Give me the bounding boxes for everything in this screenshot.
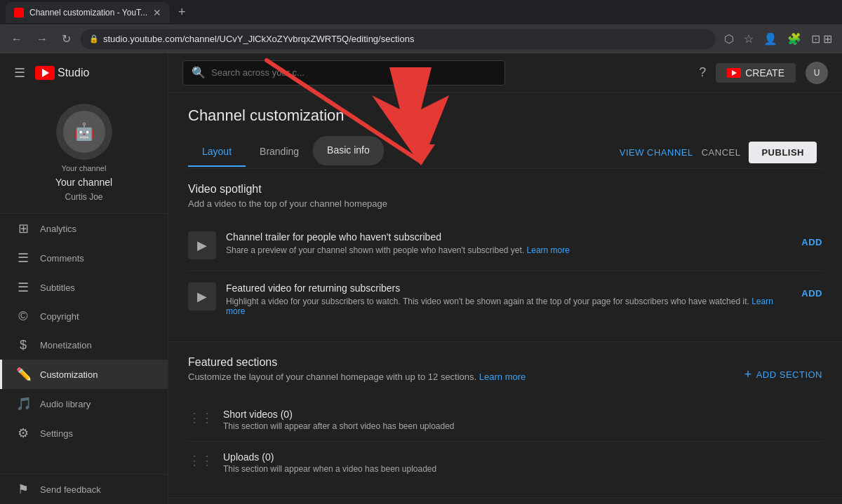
subtitles-label: Subtitles	[40, 282, 75, 293]
audio-library-label: Audio library	[40, 399, 91, 409]
create-video-icon	[727, 68, 741, 78]
monetization-label: Monetization	[40, 340, 92, 350]
yt-play-icon	[42, 69, 49, 77]
featured-video-info: Featured video for returning subscribers…	[226, 282, 791, 316]
video-spotlight-title: Video spotlight	[188, 183, 822, 196]
tab-favicon	[14, 8, 24, 18]
search-input[interactable]	[211, 67, 496, 78]
page-content: Channel customization Layout Branding Ba…	[168, 93, 842, 504]
featured-sections-section: Featured sections Customize the layout o…	[168, 342, 842, 498]
reload-button[interactable]: ↻	[58, 29, 75, 48]
comments-icon: ☰	[16, 250, 30, 266]
analytics-icon: ⊞	[16, 221, 30, 236]
channel-trailer-info: Channel trailer for people who haven't s…	[226, 231, 791, 255]
avatar-image: 🤖	[63, 111, 105, 153]
sidebar-item-copyright[interactable]: © Copyright	[0, 302, 168, 331]
search-bar[interactable]: 🔍	[182, 60, 505, 86]
uploads-info: Uploads (0) This section will appear whe…	[223, 451, 822, 474]
tab-actions: VIEW CHANNEL CANCEL PUBLISH	[620, 142, 822, 163]
youtube-logo: Studio	[35, 66, 89, 80]
channel-handle: Curtis Joe	[65, 192, 102, 202]
featured-video-name: Featured video for returning subscribers	[226, 282, 791, 294]
channel-trailer-desc: Share a preview of your channel shown wi…	[226, 245, 791, 255]
help-button[interactable]: ?	[699, 65, 706, 80]
analytics-label: Analytics	[40, 224, 76, 234]
video-spotlight-section: Video spotlight Add a video to the top o…	[168, 169, 842, 342]
create-button[interactable]: CREATE	[716, 63, 796, 83]
channel-trailer-name: Channel trailer for people who haven't s…	[226, 231, 791, 243]
lock-icon: 🔒	[89, 34, 99, 43]
channel-label: Your channel	[62, 164, 107, 172]
channel-info: 🤖 Your channel Your channel Curtis Joe	[0, 93, 168, 214]
sidebar-item-audio-library[interactable]: 🎵 Audio library	[0, 389, 168, 418]
trailer-thumb-icon: ▶	[197, 238, 207, 253]
new-tab-button[interactable]: +	[174, 5, 190, 20]
address-bar[interactable]: 🔒 studio.youtube.com/channel/UCvY_JlCkXo…	[81, 29, 716, 49]
sidebar-item-analytics[interactable]: ⊞ Analytics	[0, 214, 168, 243]
nav-items: ⊞ Analytics ☰ Comments ☰ Subtitles © Cop…	[0, 214, 168, 474]
featured-video-desc: Highlight a video for your subscribers t…	[226, 297, 791, 316]
address-text: studio.youtube.com/channel/UCvY_JlCkXoZY…	[103, 34, 414, 44]
sidebar-item-send-feedback[interactable]: ⚑ Send feedback	[0, 475, 168, 504]
tab-layout[interactable]: Layout	[188, 137, 246, 167]
tab-title: Channel customization - YouT...	[29, 8, 147, 18]
short-videos-info: Short videos (0) This section will appea…	[223, 409, 822, 431]
hamburger-menu[interactable]: ☰	[11, 62, 28, 83]
view-channel-button[interactable]: VIEW CHANNEL	[620, 147, 693, 158]
monetization-icon: $	[16, 338, 30, 353]
tabs-row: Layout Branding Basic info VIEW CHANNEL …	[188, 136, 822, 169]
profile-icon[interactable]: 👤	[761, 29, 780, 48]
tab-basic-info[interactable]: Basic info	[313, 136, 384, 165]
featured-sections-description: Customize the layout of your channel hom…	[188, 372, 526, 382]
channel-avatar[interactable]: 🤖	[56, 104, 112, 160]
back-button[interactable]: ←	[7, 30, 27, 48]
sidebar-item-subtitles[interactable]: ☰ Subtitles	[0, 273, 168, 302]
nav-bottom: ⚑ Send feedback	[0, 474, 168, 504]
sidebar-item-monetization[interactable]: $ Monetization	[0, 331, 168, 360]
uploads-row: ⋮⋮ Uploads (0) This section will appear …	[188, 442, 822, 484]
tab-branding[interactable]: Branding	[246, 137, 313, 167]
studio-label: Studio	[58, 67, 89, 79]
copyright-icon: ©	[16, 309, 30, 324]
tab-close-button[interactable]: ✕	[153, 7, 161, 18]
short-videos-description: This section will appear after a short v…	[223, 421, 822, 431]
comments-label: Comments	[40, 253, 84, 264]
featured-video-thumb: ▶	[188, 282, 216, 311]
search-icon: 🔍	[192, 66, 206, 79]
create-play-icon	[732, 70, 737, 76]
copyright-label: Copyright	[40, 311, 79, 322]
channel-trailer-learn-more[interactable]: Learn more	[527, 245, 570, 255]
featured-sections-learn-more[interactable]: Learn more	[479, 372, 526, 382]
sidebar-item-comments[interactable]: ☰ Comments	[0, 243, 168, 273]
featured-thumb-icon: ▶	[197, 289, 207, 304]
add-section-button[interactable]: + ADD SECTION	[744, 367, 822, 382]
profile-button[interactable]: U	[806, 62, 828, 84]
bookmark-icon[interactable]: ☆	[741, 29, 756, 48]
sidebar-item-settings[interactable]: ⚙ Settings	[0, 418, 168, 448]
channel-trailer-add-button[interactable]: ADD	[801, 231, 822, 253]
topbar: 🔍 ? CREATE U	[168, 53, 842, 93]
cancel-button[interactable]: CANCEL	[702, 147, 741, 158]
extensions-icon[interactable]: 🧩	[784, 29, 804, 48]
featured-video-add-button[interactable]: ADD	[801, 282, 822, 304]
sidebar: ☰ Studio 🤖 Your channel Your channel Cur…	[0, 53, 168, 504]
cast-icon[interactable]: ⬡	[721, 29, 737, 48]
uploads-drag-handle[interactable]: ⋮⋮	[188, 451, 213, 468]
browser-tab-bar: Channel customization - YouT... ✕ +	[0, 0, 842, 25]
profile-initial: U	[814, 68, 820, 78]
forward-button[interactable]: →	[32, 30, 52, 48]
short-videos-row: ⋮⋮ Short videos (0) This section will ap…	[188, 399, 822, 442]
page-title: Channel customization	[188, 107, 822, 125]
browser-controls: ← → ↻ 🔒 studio.youtube.com/channel/UCvY_…	[0, 25, 842, 53]
window-controls: ⊡ ⊞	[808, 29, 835, 48]
featured-video-item: ▶ Featured video for returning subscribe…	[188, 271, 822, 327]
publish-button[interactable]: PUBLISH	[749, 142, 817, 163]
subtitles-icon: ☰	[16, 280, 30, 295]
feedback-icon: ⚑	[16, 482, 30, 497]
customization-icon: ✏️	[16, 367, 30, 382]
short-videos-name: Short videos (0)	[223, 409, 822, 420]
active-tab[interactable]: Channel customization - YouT... ✕	[6, 2, 170, 23]
sidebar-item-customization[interactable]: ✏️ Customization	[0, 360, 168, 389]
featured-sections-header: Featured sections Customize the layout o…	[188, 356, 822, 393]
short-videos-drag-handle[interactable]: ⋮⋮	[188, 409, 213, 425]
